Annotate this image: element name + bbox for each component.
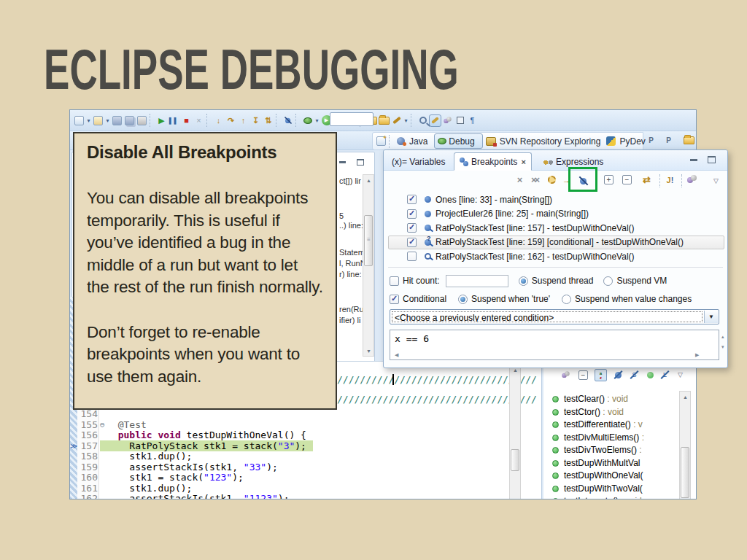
- outline-item[interactable]: testDivMultiElems() :: [564, 432, 644, 443]
- conditional-checkbox[interactable]: [390, 295, 399, 304]
- condition-history-combo[interactable]: <Choose a previously entered condition> …: [390, 309, 719, 324]
- collapse-all-icon[interactable]: −: [577, 369, 589, 381]
- hit-count-checkbox[interactable]: [390, 276, 399, 286]
- breakpoint-row-selected[interactable]: ? RatPolyStackTest [line: 159] [conditio…: [388, 236, 724, 249]
- hide-fields-icon[interactable]: [612, 369, 624, 381]
- close-tab-icon[interactable]: ×: [521, 158, 525, 166]
- pane-divider[interactable]: [541, 361, 542, 499]
- scrollbar-thumb[interactable]: ≡: [364, 215, 373, 266]
- outline-item[interactable]: testDupWithMultVal: [564, 458, 640, 468]
- collapse-all-icon[interactable]: −: [621, 174, 633, 186]
- search-icon[interactable]: [417, 114, 429, 127]
- hit-count-input[interactable]: [446, 275, 508, 287]
- scrollbar-thumb[interactable]: [681, 447, 689, 498]
- resume-icon[interactable]: ▶: [155, 114, 168, 127]
- remove-all-breakpoints-icon[interactable]: ××: [528, 174, 541, 186]
- breakpoint-row[interactable]: Ones [line: 33] - main(String[]): [388, 192, 724, 206]
- step-into-icon[interactable]: ↓: [212, 114, 225, 127]
- debug-view-scrollbar[interactable]: ▲ ≡ ▼: [363, 174, 374, 357]
- maximize-icon[interactable]: [357, 159, 364, 166]
- focus-icon[interactable]: [560, 369, 572, 381]
- new-wizard-dropdown-icon[interactable]: ▾: [85, 114, 92, 127]
- perspective-debug[interactable]: Debug: [434, 133, 482, 149]
- pause-icon[interactable]: ▌▌: [168, 114, 180, 127]
- tab-breakpoints[interactable]: Breakpoints ×: [454, 152, 532, 171]
- breakpoint-checkbox[interactable]: [407, 223, 417, 233]
- outline-item[interactable]: testCtor() : void: [564, 407, 624, 417]
- perspective-java[interactable]: Java: [409, 136, 427, 147]
- breakpoint-checkbox[interactable]: [407, 252, 417, 261]
- outline-item[interactable]: testDifferentiate() : v: [564, 419, 643, 429]
- outline-item[interactable]: testIntegrate() : void: [564, 496, 642, 499]
- minimize-icon[interactable]: [690, 159, 697, 161]
- outline-item[interactable]: testDupWithTwoVal(: [564, 483, 643, 494]
- open-perspective-icon[interactable]: ✦: [375, 135, 387, 147]
- scroll-up-icon[interactable]: ▴: [721, 334, 724, 339]
- java-perspective-icon[interactable]: [395, 135, 407, 147]
- suspend-true-radio[interactable]: [458, 295, 468, 304]
- tab-variables[interactable]: (x)= Variables: [387, 152, 450, 171]
- save-icon[interactable]: [111, 114, 123, 127]
- scroll-up-icon[interactable]: ▲: [513, 368, 518, 373]
- show-breakpoints-supported-icon[interactable]: [546, 174, 558, 186]
- save-all-icon[interactable]: [123, 114, 136, 127]
- view-menu-icon[interactable]: ▽: [678, 372, 683, 378]
- sort-icon[interactable]: az: [595, 369, 607, 381]
- outline-item[interactable]: testClear() : void: [564, 394, 628, 404]
- breakpoint-row[interactable]: ProjectEuler26 [line: 25] - main(String[…: [388, 207, 724, 221]
- new-wizard-icon[interactable]: [73, 114, 85, 127]
- minimize-icon[interactable]: [339, 161, 346, 163]
- scroll-left-icon[interactable]: ◀: [395, 352, 398, 357]
- fold-icon[interactable]: ⊖: [100, 419, 105, 430]
- scroll-down-icon[interactable]: ▼: [366, 349, 371, 354]
- step-over-icon[interactable]: ↷: [225, 114, 237, 127]
- remove-breakpoint-icon[interactable]: ×: [514, 174, 526, 186]
- disconnect-icon[interactable]: ×: [193, 114, 205, 127]
- open-resource-icon[interactable]: [378, 114, 390, 127]
- hide-non-public-icon[interactable]: [644, 369, 657, 381]
- pydev-perspective-icon[interactable]: [605, 135, 617, 147]
- pydev-run-icon[interactable]: P: [662, 134, 675, 147]
- perspective-pydev[interactable]: PyDev: [619, 136, 645, 147]
- hide-local-types-icon[interactable]: L: [659, 369, 671, 381]
- drop-to-frame-icon[interactable]: ↧: [249, 114, 262, 127]
- suspend-thread-radio[interactable]: [519, 276, 528, 286]
- new-java-project-icon[interactable]: [92, 114, 104, 127]
- breakpoint-row[interactable]: RatPolyStackTest [line: 157] - testDupWi…: [388, 221, 724, 235]
- use-step-filters-icon[interactable]: ⇅: [262, 114, 274, 127]
- condition-editor[interactable]: x == 6 ◀ ▶: [390, 330, 719, 360]
- editor-scrollbar[interactable]: ▲: [509, 364, 521, 499]
- terminate-icon[interactable]: ■: [180, 114, 193, 127]
- breakpoint-working-sets-icon[interactable]: [686, 174, 698, 186]
- expand-all-icon[interactable]: +: [603, 174, 615, 186]
- combo-dropdown-icon[interactable]: ▼: [704, 311, 718, 323]
- svn-perspective-icon[interactable]: [485, 135, 498, 147]
- step-return-icon[interactable]: ↑: [237, 114, 249, 127]
- mark-occurrences-icon[interactable]: [429, 114, 441, 127]
- outline-scrollbar[interactable]: ▲: [679, 391, 691, 499]
- show-whitespace-icon[interactable]: ¶: [466, 114, 479, 127]
- perspective-svn[interactable]: SVN Repository Exploring: [500, 136, 601, 147]
- outline-item[interactable]: testDivTwoElems() :: [564, 445, 642, 455]
- view-menu-icon[interactable]: ▽: [713, 178, 719, 184]
- link-with-editor-window-icon[interactable]: [454, 114, 466, 127]
- scrollbar-thumb[interactable]: [511, 449, 519, 471]
- scroll-up-icon[interactable]: ▲: [366, 178, 371, 183]
- hide-static-icon[interactable]: S: [628, 369, 640, 381]
- maximize-icon[interactable]: [708, 156, 716, 163]
- scroll-up-icon[interactable]: ▲: [683, 394, 688, 400]
- pydev-debug-icon[interactable]: P: [645, 134, 657, 147]
- breakpoint-checkbox[interactable]: [407, 209, 417, 219]
- external-tools-icon[interactable]: [390, 114, 403, 127]
- debug-launch-icon[interactable]: [301, 114, 314, 127]
- link-with-debug-icon[interactable]: ⇄: [640, 174, 653, 186]
- breakpoint-row[interactable]: RatPolyStackTest [line: 162] - testDupWi…: [388, 249, 724, 263]
- suspend-changes-radio[interactable]: [562, 295, 571, 304]
- outline-item-selected[interactable]: testDupWithOneVal(: [564, 470, 643, 481]
- last-edit-location-icon[interactable]: [441, 114, 454, 127]
- quick-access-input[interactable]: [330, 112, 374, 126]
- skip-all-breakpoints-icon[interactable]: [282, 114, 294, 127]
- print-icon[interactable]: [136, 114, 148, 127]
- java-exception-breakpoint-icon[interactable]: J!: [664, 174, 676, 186]
- debug-dropdown-icon[interactable]: ▾: [314, 114, 320, 127]
